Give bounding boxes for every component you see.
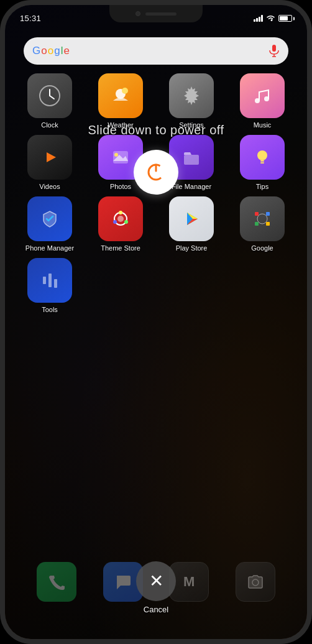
cancel-x-icon: ✕	[149, 573, 163, 590]
phone-frame: 15:31 Google	[0, 0, 312, 644]
slide-power-off-text: Slide down to power off	[88, 123, 224, 137]
cancel-label: Cancel	[144, 605, 168, 614]
power-overlay: Slide down to power off	[5, 5, 307, 639]
cancel-button[interactable]: ✕	[136, 561, 176, 601]
power-button[interactable]	[134, 150, 178, 195]
power-symbol-icon	[145, 161, 167, 183]
phone-screen: 15:31 Google	[5, 5, 307, 639]
cancel-area[interactable]: ✕ Cancel	[136, 561, 176, 614]
